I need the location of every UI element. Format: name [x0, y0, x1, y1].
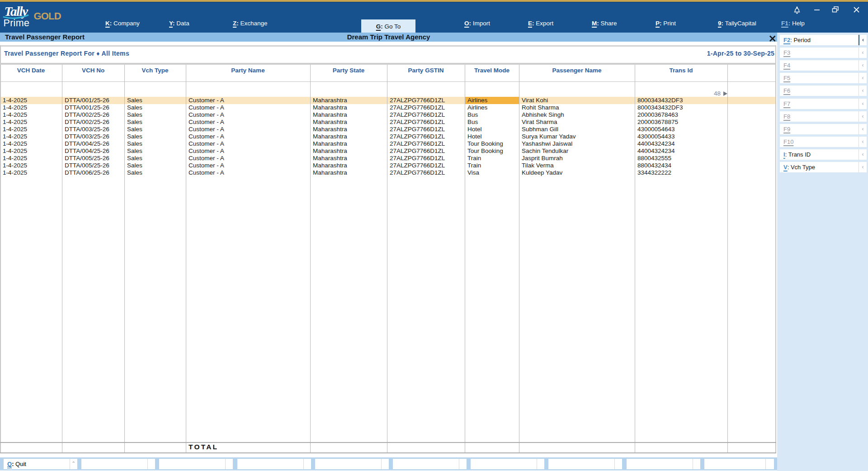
svg-text:GOLD: GOLD [34, 10, 61, 22]
svg-text:Prime: Prime [4, 18, 30, 29]
